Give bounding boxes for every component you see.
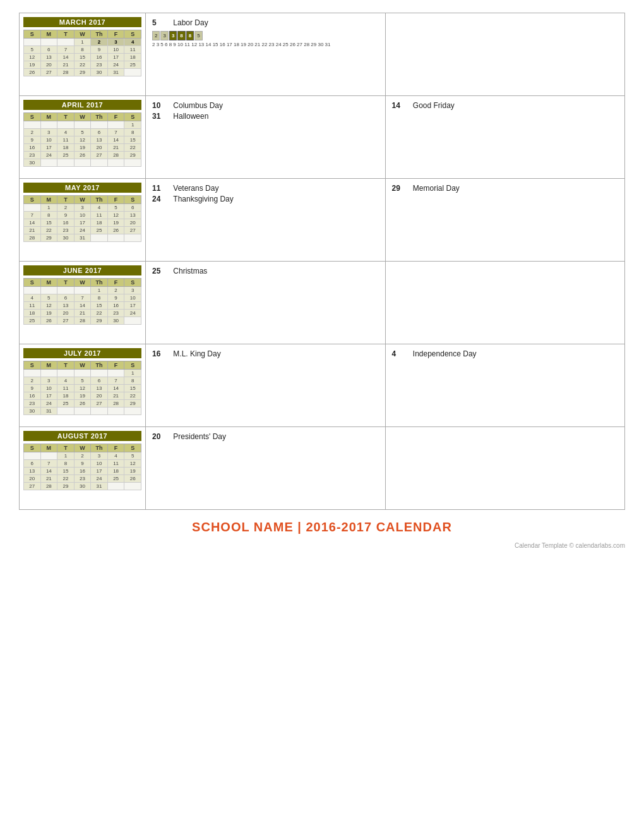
day-cell: 19 xyxy=(74,392,91,400)
day-cell: 17 xyxy=(74,219,91,227)
day-cell: 15 xyxy=(40,219,57,227)
empty-cell xyxy=(107,234,124,242)
day-cell: 9 xyxy=(74,460,91,468)
day-cell: 23 xyxy=(107,310,124,317)
day-header: Th xyxy=(91,30,108,39)
day-header: W xyxy=(74,30,91,39)
holiday-entry: 29 Memorial Day xyxy=(392,184,619,193)
day-cell: 24 xyxy=(107,61,124,69)
empty-cell xyxy=(40,287,57,294)
day-cell: 22 xyxy=(124,392,141,400)
day-cell: 28 xyxy=(107,152,124,159)
day-cell: 27 xyxy=(40,69,57,76)
day-cell: 30 xyxy=(24,159,41,167)
day-cell: 16 xyxy=(74,468,91,475)
holiday-name: Independence Day xyxy=(413,349,477,358)
day-header: F xyxy=(107,113,124,121)
holiday-name: Presidents' Day xyxy=(173,432,226,441)
day-cell: 5 xyxy=(124,452,141,460)
day-header: S xyxy=(24,444,41,452)
day-cell: 30 xyxy=(57,234,75,242)
empty-cell xyxy=(124,69,141,76)
empty-cell xyxy=(24,39,41,46)
holiday-name: Veterans Day xyxy=(173,184,218,193)
day-cell: 3 xyxy=(107,39,124,46)
holiday-day: 31 xyxy=(152,112,171,121)
day-cell: 9 xyxy=(24,385,41,392)
empty-cell xyxy=(107,370,124,377)
day-header: T xyxy=(57,30,75,39)
day-header: F xyxy=(107,361,124,370)
day-cell: 22 xyxy=(74,61,91,69)
day-cell: 15 xyxy=(124,385,141,392)
day-cell: 6 xyxy=(124,204,141,212)
day-cell: 14 xyxy=(24,219,41,227)
day-header: T xyxy=(57,361,75,370)
empty-cell xyxy=(91,121,108,129)
right-holiday-cell-july: 4 Independence Day xyxy=(386,344,625,426)
mini-cal-cell-april: APRIL 2017SMTWThFS1234567891011121314151… xyxy=(20,96,146,178)
day-cell: 3 xyxy=(74,204,91,212)
row-may: MAY 2017SMTWThFS123456789101112131415161… xyxy=(20,179,624,262)
mini-cal-title-may: MAY 2017 xyxy=(23,183,141,193)
day-cell: 2 xyxy=(24,129,41,136)
right-holiday-cell-august xyxy=(386,427,625,509)
day-cell: 7 xyxy=(107,377,124,385)
empty-cell xyxy=(124,483,141,490)
day-cell: 6 xyxy=(91,129,108,136)
day-cell: 27 xyxy=(57,317,75,325)
day-cell: 1 xyxy=(124,121,141,129)
empty-cell xyxy=(24,121,41,129)
holiday-entry: 11 Veterans Day xyxy=(152,184,379,193)
day-header: M xyxy=(40,279,57,287)
day-cell: 19 xyxy=(24,61,41,69)
row-august: AUGUST 2017SMTWThFS123456789101112131415… xyxy=(20,427,624,509)
day-cell: 3 xyxy=(40,377,57,385)
day-cell: 22 xyxy=(57,475,75,483)
day-cell: 19 xyxy=(74,144,91,152)
day-cell: 27 xyxy=(124,227,141,234)
day-cell: 29 xyxy=(40,234,57,242)
day-header: S xyxy=(124,196,141,204)
empty-cell xyxy=(74,287,91,294)
holiday-day: 29 xyxy=(392,184,411,193)
day-cell: 21 xyxy=(57,61,75,69)
holiday-entry: 20 Presidents' Day xyxy=(152,432,379,441)
day-cell: 30 xyxy=(74,483,91,490)
day-cell: 2 xyxy=(24,377,41,385)
holiday-name: Columbus Day xyxy=(173,101,223,110)
day-cell: 5 xyxy=(24,46,41,54)
day-header: S xyxy=(24,196,41,204)
day-cell: 28 xyxy=(57,69,75,76)
empty-cell xyxy=(107,121,124,129)
day-cell: 5 xyxy=(107,204,124,212)
day-cell: 13 xyxy=(91,136,108,144)
day-cell: 5 xyxy=(74,129,91,136)
day-cell: 15 xyxy=(91,302,108,310)
day-cell: 30 xyxy=(91,69,108,76)
day-cell: 21 xyxy=(107,144,124,152)
mini-cal-title-march: MARCH 2017 xyxy=(23,17,141,27)
right-holiday-cell-may: 29 Memorial Day xyxy=(386,179,625,261)
day-cell: 21 xyxy=(107,392,124,400)
day-cell: 8 xyxy=(57,460,75,468)
holiday-day: 4 xyxy=(392,349,411,358)
empty-cell xyxy=(57,287,75,294)
day-cell: 9 xyxy=(107,294,124,302)
holiday-name: Labor Day xyxy=(173,18,208,27)
day-cell: 12 xyxy=(24,54,41,61)
day-cell: 26 xyxy=(107,227,124,234)
day-cell: 18 xyxy=(91,219,108,227)
day-header: F xyxy=(107,444,124,452)
day-cell: 13 xyxy=(91,385,108,392)
empty-cell xyxy=(91,370,108,377)
empty-cell xyxy=(57,121,75,129)
day-cell: 12 xyxy=(124,460,141,468)
day-cell: 14 xyxy=(107,136,124,144)
day-cell: 14 xyxy=(57,54,75,61)
day-cell: 10 xyxy=(40,136,57,144)
day-cell: 3 xyxy=(124,287,141,294)
day-cell: 1 xyxy=(40,204,57,212)
day-cell: 20 xyxy=(24,475,41,483)
mini-cal-table-may: SMTWThFS12345678910111213141516171819202… xyxy=(23,195,141,242)
